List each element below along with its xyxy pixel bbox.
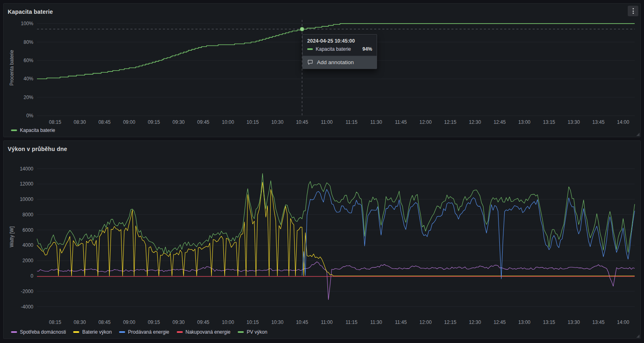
x-tick-label: 08:30 xyxy=(74,319,86,325)
x-tick-label: 08:15 xyxy=(49,119,61,125)
legend-label: PV výkon xyxy=(247,329,267,335)
power-chart-legend: Spotřeba domácnostiBaterie výkonProdávan… xyxy=(8,328,636,336)
battery-chart-legend: Kapacita baterie xyxy=(8,126,636,134)
legend-swatch xyxy=(238,331,244,333)
y-tick-label: 14000 xyxy=(20,166,34,172)
legend-label: Kapacita baterie xyxy=(20,127,55,133)
tooltip-series-row: Kapacita baterie 94% xyxy=(303,45,377,56)
x-tick-label: 10:45 xyxy=(296,119,308,125)
x-tick-label: 11:45 xyxy=(395,319,407,325)
x-tick-label: 12:15 xyxy=(444,319,456,325)
legend-label: Spotřeba domácnosti xyxy=(20,329,66,335)
x-tick-label: 12:30 xyxy=(469,319,481,325)
x-tick-label: 11:00 xyxy=(321,119,333,125)
series-line-baterie-v-kon xyxy=(37,182,635,276)
x-tick-label: 11:30 xyxy=(370,119,382,125)
legend-swatch xyxy=(177,331,183,333)
y-tick-label: 100% xyxy=(21,21,33,26)
x-tick-label: 09:15 xyxy=(148,119,160,125)
x-tick-label: 12:00 xyxy=(419,319,432,325)
y-tick-label: 2000 xyxy=(22,258,33,263)
y-tick-label: 0 xyxy=(30,273,33,279)
x-tick-label: 11:15 xyxy=(345,319,357,325)
x-tick-label: 10:45 xyxy=(296,319,308,325)
panel-menu-button[interactable] xyxy=(628,6,638,16)
x-tick-label: 12:30 xyxy=(469,119,481,125)
y-axis-label: Watty [W] xyxy=(9,227,15,248)
x-tick-label: 09:30 xyxy=(172,319,184,325)
x-tick-label: 10:30 xyxy=(271,119,284,125)
x-tick-label: 11:15 xyxy=(345,119,357,125)
x-tick-label: 08:45 xyxy=(98,119,111,125)
x-tick-label: 09:45 xyxy=(197,119,209,125)
hover-point-marker xyxy=(300,27,304,31)
x-tick-label: 11:30 xyxy=(370,319,382,325)
panel-header[interactable]: Kapacita baterie xyxy=(8,7,636,17)
legend-label: Nakupovaná energie xyxy=(186,329,231,335)
y-tick-label: 40% xyxy=(24,76,33,82)
add-annotation-menuitem[interactable]: Add annotation xyxy=(303,56,377,69)
panel-title: Kapacita baterie xyxy=(8,9,53,15)
y-tick-label: 60% xyxy=(24,58,33,63)
comment-icon xyxy=(307,59,313,65)
y-tick-label: 6000 xyxy=(22,227,33,233)
panel-power-over-day: Výkon v průběhu dne -4000-20000200040006… xyxy=(3,140,641,339)
x-tick-label: 10:15 xyxy=(247,319,259,325)
tooltip-timestamp: 2024-04-25 10:45:00 xyxy=(303,35,377,45)
legend-item-baterie-v-kon[interactable]: Baterie výkon xyxy=(73,329,112,335)
add-annotation-label: Add annotation xyxy=(317,59,354,65)
x-tick-label: 13:15 xyxy=(543,119,555,125)
power-chart[interactable]: -4000-2000020004000600080001000012000140… xyxy=(8,154,636,328)
x-tick-label: 09:45 xyxy=(197,319,209,325)
x-tick-label: 13:45 xyxy=(592,119,605,125)
legend-item-spot-eba-dom-cnosti[interactable]: Spotřeba domácnosti xyxy=(11,329,66,335)
legend-item-nakupovan-energie[interactable]: Nakupovaná energie xyxy=(177,329,231,335)
legend-swatch xyxy=(119,331,125,333)
y-tick-label: 10000 xyxy=(20,196,34,202)
v-kon-v-pr-b-hu-dne-svg: -4000-2000020004000600080001000012000140… xyxy=(8,154,636,328)
legend-swatch xyxy=(11,129,17,131)
x-tick-label: 12:45 xyxy=(494,119,506,125)
battery-capacity-chart[interactable]: 0%20%40%60%80%100%08:1508:3008:4509:0009… xyxy=(8,17,636,126)
y-tick-label: -4000 xyxy=(21,304,33,310)
x-tick-label: 08:15 xyxy=(49,319,61,325)
legend-item-pv-v-kon[interactable]: PV výkon xyxy=(238,329,267,335)
y-axis-label: Procenta baterie xyxy=(9,50,15,86)
y-tick-label: 20% xyxy=(24,95,33,100)
y-tick-label: -2000 xyxy=(21,289,33,294)
x-tick-label: 10:00 xyxy=(222,319,234,325)
y-tick-label: 4000 xyxy=(22,242,33,248)
legend-label: Baterie výkon xyxy=(82,329,112,335)
panel-resize-handle[interactable] xyxy=(636,334,640,338)
x-tick-label: 09:15 xyxy=(148,319,160,325)
legend-swatch xyxy=(11,331,17,333)
y-tick-label: 0% xyxy=(26,113,34,119)
x-tick-label: 11:45 xyxy=(395,119,407,125)
legend-item-kapacita-baterie[interactable]: Kapacita baterie xyxy=(11,127,55,133)
x-tick-label: 09:00 xyxy=(123,119,135,125)
x-tick-label: 10:30 xyxy=(271,319,284,325)
kebab-menu-icon xyxy=(633,8,634,14)
x-tick-label: 09:00 xyxy=(123,319,135,325)
x-tick-label: 08:45 xyxy=(98,319,111,325)
x-tick-label: 12:45 xyxy=(494,319,506,325)
x-tick-label: 13:30 xyxy=(568,119,580,125)
legend-label: Prodávaná energie xyxy=(128,329,169,335)
x-tick-label: 10:00 xyxy=(222,119,234,125)
legend-item-prod-van-energie[interactable]: Prodávaná energie xyxy=(119,329,169,335)
x-tick-label: 12:00 xyxy=(419,119,432,125)
x-tick-label: 11:00 xyxy=(321,319,333,325)
x-tick-label: 13:15 xyxy=(543,319,555,325)
grafana-dashboard: Kapacita baterie 0%20%40%60%80%100%08:15… xyxy=(0,0,644,343)
chart-tooltip: 2024-04-25 10:45:00 Kapacita baterie 94%… xyxy=(302,34,377,69)
panel-resize-handle[interactable] xyxy=(636,133,640,136)
panel-header[interactable]: Výkon v průběhu dne xyxy=(8,144,636,154)
x-tick-label: 14:00 xyxy=(617,119,629,125)
series-line-prod-van-energie xyxy=(302,190,635,279)
tooltip-series-name: Kapacita baterie xyxy=(316,46,351,52)
tooltip-series-swatch xyxy=(307,48,313,50)
x-tick-label: 09:30 xyxy=(172,119,184,125)
x-tick-label: 14:00 xyxy=(617,319,629,325)
x-tick-label: 13:30 xyxy=(568,319,580,325)
series-line-spot-eba-dom-cnosti xyxy=(37,262,635,300)
